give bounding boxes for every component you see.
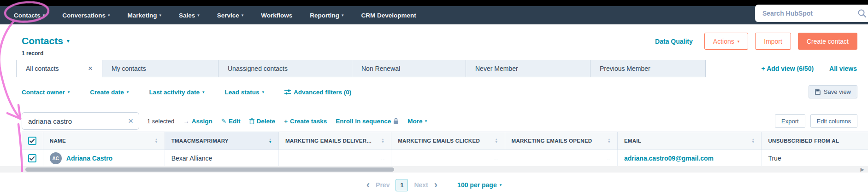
column-header-unsubscribed[interactable]: UNSUBSCRIBED FROM AL	[762, 132, 868, 150]
filter-create-date[interactable]: Create date▾	[90, 89, 129, 96]
tab-label: Non Renewal	[361, 65, 400, 72]
actions-button[interactable]: Actions ▾	[704, 33, 748, 50]
nav-label: Marketing	[128, 12, 157, 19]
nav-item-crm-development[interactable]: CRM Development	[361, 12, 416, 19]
delete-label: Delete	[257, 118, 276, 125]
filter-last-activity-date[interactable]: Last activity date▾	[149, 89, 204, 96]
page-title-dropdown[interactable]: Contacts ▾	[22, 35, 70, 46]
per-page-dropdown[interactable]: 100 per page ▾	[457, 181, 502, 189]
table-search-input[interactable]	[28, 117, 120, 125]
import-button[interactable]: Import	[755, 33, 791, 50]
nav-item-reporting[interactable]: Reporting▾	[310, 12, 343, 19]
sort-icon-descending: ▲▼	[269, 138, 272, 144]
page-title: Contacts	[22, 35, 63, 46]
nav-item-workflows[interactable]: Workflows	[261, 12, 292, 19]
tab-label: My contacts	[112, 65, 146, 72]
caret-down-icon: ▾	[108, 13, 110, 17]
prev-button[interactable]: Prev	[376, 181, 390, 189]
edit-columns-button[interactable]: Edit columns	[810, 114, 857, 128]
actions-label: Actions	[713, 38, 734, 45]
nav-item-conversations[interactable]: Conversations▾	[62, 12, 110, 19]
pencil-icon: ✎	[221, 117, 226, 125]
select-all-cell	[22, 132, 43, 150]
filter-label: Lead status	[224, 89, 259, 96]
tmaacmsaprimary-cell: Bexar Alliance	[165, 150, 279, 167]
column-header-marketing-emails-delivered[interactable]: MARKETING EMAILS DELIVER... ▲▼	[279, 132, 391, 150]
assign-link[interactable]: →Assign	[183, 118, 213, 125]
edit-link[interactable]: ✎Edit	[221, 117, 241, 125]
data-quality-link[interactable]: Data Quality	[655, 38, 693, 45]
page-header: Contacts ▾ 1 record Data Quality Actions…	[0, 24, 868, 60]
create-contact-label: Create contact	[807, 38, 849, 45]
create-tasks-link[interactable]: +Create tasks	[284, 118, 327, 125]
row-checkbox[interactable]	[28, 154, 36, 162]
nav-item-sales[interactable]: Sales▾	[179, 12, 200, 19]
row-select-cell	[22, 150, 43, 167]
delete-link[interactable]: Delete	[249, 118, 276, 125]
nav-label: Conversations	[62, 12, 106, 19]
nav-item-marketing[interactable]: Marketing▾	[128, 12, 161, 19]
advanced-filters-link[interactable]: Advanced filters (0)	[284, 89, 351, 96]
select-all-checkbox[interactable]	[28, 137, 36, 145]
chevron-right-icon[interactable]: ›	[434, 180, 437, 190]
save-view-button[interactable]: Save view	[809, 85, 857, 98]
tab-previous-member[interactable]: Previous Member	[590, 60, 706, 77]
scroll-right-icon[interactable]: ▶	[861, 166, 864, 173]
filter-lead-status[interactable]: Lead status▾	[224, 89, 264, 96]
nav-item-contacts[interactable]: Contacts▾	[14, 12, 45, 19]
nav-item-service[interactable]: Service▾	[217, 12, 244, 19]
tab-unassigned-contacts[interactable]: Unassigned contacts	[218, 60, 352, 77]
column-header-marketing-emails-clicked[interactable]: MARKETING EMAILS CLICKED ▲▼	[391, 132, 505, 150]
header-actions: Data Quality Actions ▾ Import Create con…	[655, 33, 857, 50]
column-label: MARKETING EMAILS DELIVER...	[285, 138, 372, 144]
table-search: ×	[22, 112, 139, 130]
scrollbar-thumb[interactable]	[25, 167, 394, 172]
chevron-left-icon[interactable]: ‹	[366, 180, 370, 190]
per-page-label: 100 per page	[457, 181, 497, 189]
tab-my-contacts[interactable]: My contacts	[102, 60, 218, 77]
column-header-email[interactable]: EMAIL ▲▼	[618, 132, 762, 150]
nav-label: Contacts	[14, 12, 41, 19]
global-search-input[interactable]	[762, 10, 850, 17]
global-search	[755, 5, 868, 22]
caret-down-icon: ▾	[68, 90, 70, 94]
clear-search-icon[interactable]: ×	[128, 116, 133, 126]
check-icon	[30, 139, 35, 143]
column-label: UNSUBSCRIBED FROM AL	[768, 138, 839, 144]
tab-all-contacts[interactable]: All contacts ×	[16, 60, 102, 77]
filter-contact-owner[interactable]: Contact owner▾	[22, 89, 70, 96]
tab-label: Previous Member	[600, 65, 650, 72]
column-header-name[interactable]: NAME ▲▼	[43, 132, 165, 150]
table-tools: Export Edit columns	[775, 114, 857, 128]
close-icon[interactable]: ×	[88, 64, 93, 73]
more-link[interactable]: More▾	[407, 118, 427, 125]
tab-label: Never Member	[475, 65, 518, 72]
export-button[interactable]: Export	[775, 114, 805, 128]
contact-name-link[interactable]: Adriana Castro	[66, 155, 112, 162]
check-icon	[30, 156, 35, 161]
filter-label: Last activity date	[149, 89, 200, 96]
view-tabs: All contacts × My contacts Unassigned co…	[16, 60, 706, 77]
tab-never-member[interactable]: Never Member	[466, 60, 590, 77]
current-page-button[interactable]: 1	[396, 179, 408, 191]
table-row: AC Adriana Castro Bexar Alliance -- -- -…	[22, 150, 868, 167]
create-contact-button[interactable]: Create contact	[798, 33, 857, 50]
sort-icon: ▲▼	[608, 138, 611, 144]
view-tabs-row: All contacts × My contacts Unassigned co…	[0, 60, 868, 77]
email-link[interactable]: adriana.castro09@gmail.com	[624, 155, 714, 162]
table-header-row: NAME ▲▼ TMAACMSAPRIMARY ▲▼ MARKETING EMA…	[22, 132, 868, 150]
plus-icon: +	[762, 65, 765, 72]
contacts-table: NAME ▲▼ TMAACMSAPRIMARY ▲▼ MARKETING EMA…	[22, 132, 868, 167]
enroll-in-sequence-link[interactable]: Enroll in sequence	[336, 118, 399, 125]
save-icon	[815, 89, 821, 95]
column-header-marketing-emails-opened[interactable]: MARKETING EMAILS OPENED ▲▼	[505, 132, 618, 150]
plus-icon: +	[284, 118, 288, 125]
next-button[interactable]: Next	[414, 181, 428, 189]
horizontal-scrollbar[interactable]: ▶	[0, 166, 868, 173]
add-view-label: Add view (6/50)	[767, 65, 814, 72]
more-label: More	[407, 118, 422, 125]
column-header-tmaacmsaprimary[interactable]: TMAACMSAPRIMARY ▲▼	[165, 132, 279, 150]
add-view-link[interactable]: + Add view (6/50)	[762, 65, 814, 72]
all-views-link[interactable]: All views	[829, 65, 857, 72]
tab-non-renewal[interactable]: Non Renewal	[352, 60, 466, 77]
